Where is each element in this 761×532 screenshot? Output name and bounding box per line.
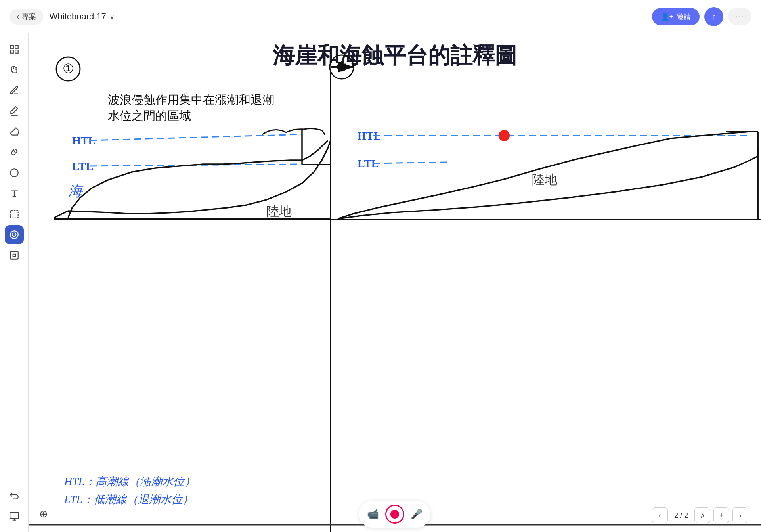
- invite-person-icon: 👤+: [661, 12, 674, 21]
- highlighter-tool-button[interactable]: [5, 101, 24, 121]
- whiteboard-canvas: 海崖和海蝕平台的註釋圖 ① ② 波浪侵蝕作用集中在漲潮和退潮 水位之間的區域 H…: [29, 33, 761, 532]
- svg-text:①: ①: [63, 61, 74, 76]
- canvas-title: 海崖和海蝕平台的註釋圖: [273, 43, 517, 68]
- svg-line-26: [90, 134, 302, 140]
- laser-tool-button[interactable]: [5, 225, 24, 244]
- svg-line-37: [373, 162, 449, 163]
- hand-icon: [9, 65, 19, 75]
- svg-rect-0: [10, 45, 13, 48]
- frame-icon: [9, 44, 19, 54]
- frame-tool-button[interactable]: [5, 40, 24, 59]
- hand-tool-button[interactable]: [5, 60, 24, 79]
- left-toolbar: [0, 33, 29, 532]
- invite-button[interactable]: 👤+ 邀請: [652, 8, 700, 25]
- page-indicator: 2 / 2: [671, 511, 691, 520]
- pen-icon: [9, 85, 19, 96]
- shape-icon: [9, 168, 19, 178]
- screen-share-button[interactable]: [5, 507, 24, 526]
- laser-icon: [9, 230, 19, 240]
- invite-label: 邀請: [677, 12, 691, 21]
- svg-point-4: [10, 169, 18, 177]
- select-tool-button[interactable]: [5, 205, 24, 224]
- fill-tool-button[interactable]: [5, 143, 24, 162]
- svg-rect-13: [10, 512, 19, 518]
- chevron-left-icon: ‹: [17, 12, 19, 21]
- zoom-button[interactable]: ⊕: [35, 505, 52, 522]
- svg-point-7: [10, 231, 18, 239]
- svg-rect-1: [15, 45, 18, 48]
- svg-rect-3: [15, 50, 18, 53]
- plus-icon: +: [719, 511, 724, 520]
- back-label: 專案: [22, 12, 36, 21]
- svg-rect-2: [10, 50, 13, 53]
- svg-text:波浪侵蝕作用集中在漲潮和退潮: 波浪侵蝕作用集中在漲潮和退潮: [108, 93, 274, 106]
- undo-button[interactable]: [5, 486, 24, 505]
- svg-rect-5: [10, 210, 18, 218]
- prev-page-button[interactable]: ‹: [652, 507, 668, 523]
- svg-text:陸地: 陸地: [266, 204, 292, 218]
- zoom-plus-icon: ⊕: [39, 508, 48, 520]
- svg-rect-12: [10, 251, 18, 259]
- top-right-actions: 👤+ 邀請 ↑ ···: [652, 7, 751, 26]
- svg-point-39: [499, 130, 510, 141]
- eraser-tool-button[interactable]: [5, 122, 24, 141]
- smart-select-button[interactable]: [5, 246, 24, 265]
- more-button[interactable]: ···: [728, 8, 751, 25]
- chevron-right-icon: ›: [739, 511, 742, 520]
- svg-text:陸地: 陸地: [532, 172, 557, 187]
- more-icon: ···: [735, 12, 744, 21]
- eraser-icon: [9, 126, 19, 137]
- top-bar: ‹ 專案 Whiteboard 17 ∨ 👤+ 邀請 ↑ ···: [0, 0, 761, 33]
- shape-tool-button[interactable]: [5, 163, 24, 182]
- share-button[interactable]: ↑: [704, 7, 723, 26]
- svg-text:HTL：高潮線（漲潮水位）: HTL：高潮線（漲潮水位）: [64, 475, 195, 488]
- undo-icon: [9, 490, 19, 501]
- chevron-left-icon: ‹: [659, 511, 661, 520]
- smart-select-icon: [9, 250, 19, 260]
- whiteboard-title: Whiteboard 17: [50, 11, 106, 22]
- add-page-button[interactable]: +: [713, 507, 729, 523]
- canvas-area[interactable]: 海崖和海蝕平台的註釋圖 ① ② 波浪侵蝕作用集中在漲潮和退潮 水位之間的區域 H…: [29, 33, 761, 532]
- chevron-up-icon: ∧: [700, 511, 705, 520]
- next-page-button[interactable]: ›: [732, 507, 748, 523]
- fill-icon: [9, 147, 19, 157]
- chevron-down-icon: ∨: [109, 12, 115, 21]
- pen-tool-button[interactable]: [5, 81, 24, 100]
- select-icon: [9, 209, 19, 219]
- share-icon: ↑: [712, 11, 716, 22]
- text-tool-button[interactable]: [5, 184, 24, 203]
- svg-text:LTL：低潮線（退潮水位）: LTL：低潮線（退潮水位）: [64, 493, 193, 505]
- whiteboard-title-button[interactable]: Whiteboard 17 ∨: [50, 11, 115, 22]
- page-up-button[interactable]: ∧: [694, 507, 710, 523]
- highlighter-icon: [9, 106, 19, 116]
- page-navigation: ‹ 2 / 2 ∧ + ›: [652, 507, 748, 523]
- svg-text:水位之間的區域: 水位之間的區域: [108, 109, 191, 122]
- text-icon: [9, 188, 19, 199]
- screen-icon: [9, 511, 19, 521]
- svg-point-6: [12, 233, 16, 237]
- back-button[interactable]: ‹ 專案: [10, 9, 43, 25]
